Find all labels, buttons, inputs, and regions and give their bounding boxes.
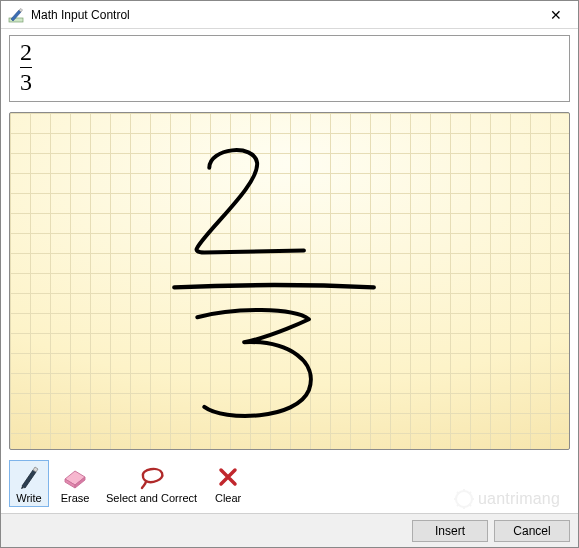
svg-line-9 <box>457 504 459 506</box>
erase-tool-label: Erase <box>61 492 90 504</box>
write-tool-button[interactable]: Write <box>9 460 49 507</box>
svg-line-8 <box>469 492 471 494</box>
fraction-bar <box>20 67 32 68</box>
watermark-text: uantrimang <box>478 490 560 508</box>
svg-line-6 <box>457 492 459 494</box>
select-correct-tool-label: Select and Correct <box>106 492 197 504</box>
clear-tool-label: Clear <box>215 492 241 504</box>
pen-icon <box>17 463 41 491</box>
title-bar: Math Input Control ✕ <box>1 1 578 29</box>
write-tool-label: Write <box>16 492 41 504</box>
cancel-button[interactable]: Cancel <box>494 520 570 542</box>
clear-tool-button[interactable]: Clear <box>208 460 248 507</box>
app-icon <box>7 6 25 24</box>
watermark: uantrimang <box>454 489 560 509</box>
ink-strokes <box>10 113 569 450</box>
fraction-denominator: 3 <box>20 70 32 95</box>
tool-toolbar: Write Erase Select and Correct Clear <box>1 456 578 509</box>
select-correct-tool-button[interactable]: Select and Correct <box>101 460 202 507</box>
eraser-icon <box>61 463 89 491</box>
fraction-numerator: 2 <box>20 40 32 65</box>
dialog-footer: Insert Cancel <box>1 513 578 547</box>
writing-area-wrapper <box>1 106 578 456</box>
erase-tool-button[interactable]: Erase <box>55 460 95 507</box>
lasso-icon <box>137 463 167 491</box>
close-icon: ✕ <box>550 7 562 23</box>
writing-canvas[interactable] <box>9 112 570 450</box>
insert-button[interactable]: Insert <box>412 520 488 542</box>
close-button[interactable]: ✕ <box>534 1 578 29</box>
recognition-preview-area: 2 3 <box>1 29 578 106</box>
fraction-display: 2 3 <box>20 40 32 95</box>
watermark-gear-icon <box>454 489 474 509</box>
window-title: Math Input Control <box>31 8 534 22</box>
clear-x-icon <box>217 463 239 491</box>
recognition-preview[interactable]: 2 3 <box>9 35 570 102</box>
svg-line-7 <box>469 504 471 506</box>
